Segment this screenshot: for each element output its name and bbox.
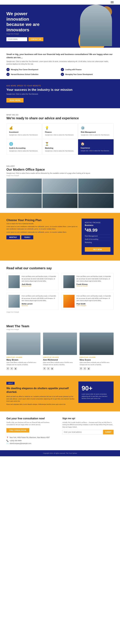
read-more-button[interactable]: READ MORE <box>6 98 24 102</box>
contact-button[interactable]: CONTACT US <box>28 37 43 41</box>
team-desc-3: Qiam amet libero molestie ante ut facili… <box>80 362 114 366</box>
marketing-desc: Sample text. Click to select the Text El… <box>45 150 75 152</box>
address-text: New York, 4456 Parker Rd, Allentown, New… <box>10 437 50 438</box>
about-main-text: Small or big, your business will love ou… <box>6 53 114 59</box>
mission-desc: Sample text. Click to select the Text El… <box>6 93 114 96</box>
testi-name-4: Paul Smith <box>76 303 112 305</box>
hero-image-from: Image from Freepik <box>6 33 48 35</box>
google-icon-2[interactable]: g <box>51 367 54 370</box>
avatar-1 <box>8 275 20 288</box>
finance-desc: Sample text. Click to select the Text El… <box>45 134 75 136</box>
hamburger-button[interactable] <box>111 1 114 3</box>
team-photo-3 <box>80 332 114 355</box>
facebook-icon-2[interactable]: f <box>43 367 46 370</box>
team-photo-2 <box>43 332 77 355</box>
testi-role-1: Creative leader <box>22 285 57 287</box>
stat-number: 90+ <box>82 385 110 392</box>
stats-section: ABOUT We dwelling elegance do shutters a… <box>0 376 120 411</box>
google-icon-1[interactable]: g <box>14 367 17 370</box>
facebook-icon-3[interactable]: f <box>80 367 82 370</box>
gallery-item-5 <box>42 194 78 208</box>
free-consultation-button[interactable]: FREE CONSULTATION <box>6 428 29 432</box>
monthly-tab[interactable]: MONTHLY <box>6 235 20 239</box>
team-desc-2: Qiam amet libero molestie ante ut facili… <box>43 362 77 366</box>
hero-form: CONTACT US <box>6 37 48 41</box>
feature-3: Marketing <box>85 241 110 244</box>
email-input[interactable] <box>6 37 27 41</box>
testi-card-1: Proin sed libero enim sed faucibus turpi… <box>6 273 59 290</box>
team-photo-1 <box>6 332 40 355</box>
contact-info: 📍 New York, 4456 Parker Rd, Allentown, N… <box>6 437 58 444</box>
checklist: Managing Your Career Development Leading… <box>6 68 114 76</box>
gallery-tag: Gallery <box>6 165 114 167</box>
submit-button[interactable]: SUBMIT <box>103 430 114 434</box>
google-icon-3[interactable]: g <box>87 367 90 370</box>
mission-heading: Your success in the industry is our miss… <box>6 88 114 92</box>
marketing-title: Marketing <box>45 147 75 149</box>
social-icons-3: f t g <box>80 367 114 370</box>
pricing-section: Choose Your Pricing Plan Click to Match … <box>0 213 120 260</box>
testi-role-4: Sales Manager <box>76 305 112 306</box>
signup-form: SUBMIT <box>62 430 114 434</box>
feature-2: Audit & Accounting <box>85 238 110 241</box>
check-label-1: Managing Your Career Development <box>11 69 38 70</box>
team-name-1: Mary Brown <box>6 358 40 361</box>
testi-role-2: Financial Director <box>76 285 112 287</box>
consult-left: Get your free consultation now! Small or… <box>6 417 58 444</box>
footer-copyright: Copyright 2024. All rights reserved. The… <box>6 452 114 454</box>
risk-title: Risk Management <box>81 131 111 133</box>
stats-left: ABOUT We dwelling elegance do shutters a… <box>6 382 74 406</box>
stat-num-value: 90 <box>82 385 89 392</box>
twitter-icon-3[interactable]: t <box>83 367 86 370</box>
team-name-3: Nina Scavo <box>80 358 114 361</box>
facebook-icon-1[interactable]: f <box>6 367 9 370</box>
check-icon-1 <box>6 68 10 71</box>
testi-card-4: Proin sed libero enim sed faucibus turpi… <box>61 293 114 310</box>
pkg-type: Business <box>85 224 110 226</box>
check-item-4: Managing Your Career Development <box>61 73 114 76</box>
buy-now-button[interactable]: BUY NOW <box>85 247 110 252</box>
team-section: Meet The Team Image from Freepik Creativ… <box>0 319 120 376</box>
gallery-grid <box>6 178 114 208</box>
team-name-2: Ann Richmond <box>43 358 77 361</box>
location-icon: 📍 <box>6 437 9 439</box>
testimonials-section: Read what our customers say Proin sed li… <box>0 260 120 319</box>
team-image-from: Image from Freepik <box>6 329 114 330</box>
price-display: $49.99 <box>85 228 110 233</box>
stat-suffix: + <box>89 385 92 392</box>
about-sub-text: Sample text. Click to select the Text El… <box>6 60 114 66</box>
check-item-1: Managing Your Career Development <box>6 68 59 71</box>
testi-card-2: Proin sed libero enim sed faucibus turpi… <box>61 273 114 290</box>
audit-title: Audit & Accounting <box>9 147 39 149</box>
audit-desc: Sample text. Click to select the Text El… <box>9 150 39 152</box>
testi-role-3: Secretary <box>22 305 57 306</box>
audit-icon: 🌐 <box>9 142 39 146</box>
team-desc-1: Qiam amet libero molestie ante ut facili… <box>6 362 40 366</box>
hero-content: We power innovation because we are innov… <box>0 5 54 48</box>
twitter-icon-2[interactable]: t <box>47 367 50 370</box>
gallery-heading: Our Modern Office Space <box>6 168 114 172</box>
team-member-1: Creative leader Mary Brown Qiam amet lib… <box>6 332 40 370</box>
what-heading: We're ready to share our advice and expe… <box>6 116 114 120</box>
stat-box: 90+ Lorem ipsum dolor sit amet consectet… <box>78 382 114 403</box>
service-investment: 💰 Investment Sample text. Click to selec… <box>6 123 42 139</box>
price-value: 49.99 <box>86 228 98 233</box>
about-section: Small or big, your business will love ou… <box>0 48 120 79</box>
finance-icon: 💡 <box>45 126 75 130</box>
team-member-2: Creative leader Ann Richmond Qiam amet l… <box>43 332 77 370</box>
twitter-icon-1[interactable]: t <box>10 367 13 370</box>
social-icons-1: f t g <box>6 367 40 370</box>
feature-1: Risk Management <box>85 234 110 238</box>
service-marketing: ⏳ Marketing Sample text. Click to select… <box>42 139 78 155</box>
service-audit: 🌐 Audit & Accounting Sample text. Click … <box>6 139 42 155</box>
team-heading: Meet The Team <box>6 324 114 328</box>
service-risk: ⚙️ Risk Management Sample text. Click to… <box>78 123 114 139</box>
signup-email-input[interactable] <box>62 430 102 434</box>
feature-list: Risk Management Audit & Accounting Marke… <box>85 234 110 244</box>
experience-icon: 🏠 <box>81 142 111 146</box>
gallery-image-from: Image from Freepik <box>6 175 114 176</box>
pricing-card: Monthly Package Business $49.99 Risk Man… <box>82 218 114 255</box>
yearly-tab[interactable]: YEARLY <box>21 235 34 239</box>
testi-card-3: Proin sed libero enim sed faucibus turpi… <box>6 293 59 310</box>
team-member-3: Creative leader Nina Scavo Qiam amet lib… <box>80 332 114 370</box>
